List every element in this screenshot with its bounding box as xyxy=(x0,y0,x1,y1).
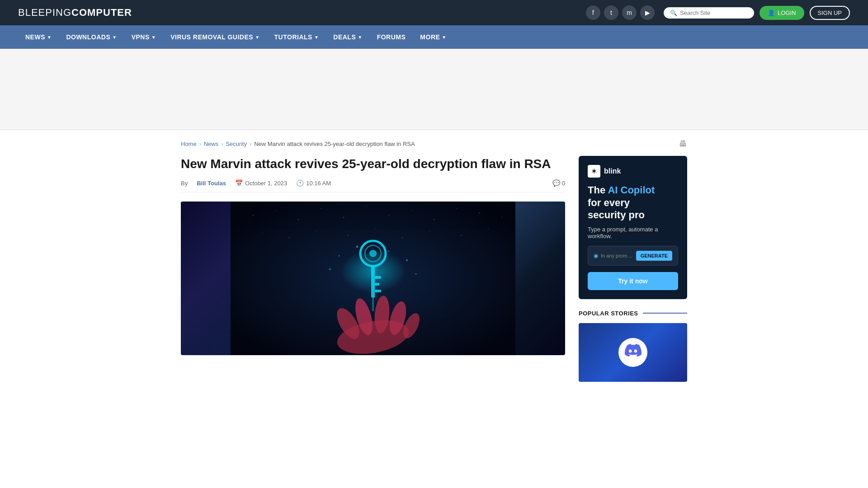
popular-stories-header: POPULAR STORIES xyxy=(579,310,687,317)
blink-generate-button[interactable]: GENERATE xyxy=(636,251,672,261)
svg-point-41 xyxy=(406,259,408,261)
popular-stories: POPULAR STORIES xyxy=(579,310,687,382)
blink-headline-highlight: AI Copilot xyxy=(608,184,655,196)
signup-button[interactable]: SIGN UP xyxy=(810,6,850,20)
nav-deals-arrow: ▼ xyxy=(358,35,362,40)
nav-item-news[interactable]: NEWS ▼ xyxy=(18,25,59,49)
svg-point-16 xyxy=(348,235,349,236)
print-icon[interactable]: 🖶 xyxy=(679,139,687,149)
nav-tutorials-label: TUTORIALS xyxy=(274,33,312,41)
blink-ad: ✶ blink The AI Copilot for everysecurity… xyxy=(579,156,687,299)
login-user-icon: 👤 xyxy=(768,9,775,16)
nav-item-vpns[interactable]: VPNS ▼ xyxy=(124,25,164,49)
ad-banner xyxy=(0,49,868,130)
date-meta: 📅 October 1, 2023 xyxy=(235,179,287,187)
sidebar: ✶ blink The AI Copilot for everysecurity… xyxy=(579,156,687,382)
nav-item-downloads[interactable]: DOWNLOADS ▼ xyxy=(59,25,124,49)
nav-downloads-label: DOWNLOADS xyxy=(66,33,110,41)
blink-headline-rest: for everysecurity pro xyxy=(588,197,645,221)
nav-more-label: MORE xyxy=(420,33,440,41)
svg-point-13 xyxy=(262,233,263,234)
blink-headline-plain: The xyxy=(588,184,608,196)
nav-virus-arrow: ▼ xyxy=(255,35,259,40)
svg-point-40 xyxy=(388,251,390,252)
search-box: 🔍 xyxy=(664,7,754,19)
blink-prompt-box: ◉ In any prompt to generate an automatio… xyxy=(588,246,678,266)
breadcrumb: Home › News › Security › New Marvin atta… xyxy=(181,139,687,149)
svg-point-25 xyxy=(369,250,377,257)
svg-point-42 xyxy=(415,273,417,275)
author-link[interactable]: Bill Toulas xyxy=(197,180,226,187)
svg-point-18 xyxy=(402,237,403,239)
nav-item-virus-removal[interactable]: VIRUS REMOVAL GUIDES ▼ xyxy=(163,25,267,49)
comments-meta: 💬 0 xyxy=(552,179,565,187)
svg-rect-30 xyxy=(372,298,374,311)
nav-vpns-arrow: ▼ xyxy=(151,35,156,40)
svg-point-1 xyxy=(253,215,254,216)
svg-point-10 xyxy=(456,208,457,209)
article-time: 10:16 AM xyxy=(306,180,331,187)
twitter-icon[interactable]: t xyxy=(604,5,618,20)
article: New Marvin attack revives 25-year-old de… xyxy=(181,156,565,355)
nav-item-tutorials[interactable]: TUTORIALS ▼ xyxy=(267,25,326,49)
main-layout: New Marvin attack revives 25-year-old de… xyxy=(181,156,687,382)
search-input[interactable] xyxy=(680,9,748,16)
nav-item-more[interactable]: MORE ▼ xyxy=(413,25,453,49)
article-date: October 1, 2023 xyxy=(245,180,287,187)
svg-point-11 xyxy=(479,212,480,214)
svg-point-37 xyxy=(329,268,331,270)
comment-icon: 💬 xyxy=(552,179,560,187)
mastodon-icon[interactable]: m xyxy=(622,5,637,20)
breadcrumb-sep-1: › xyxy=(199,141,201,147)
svg-point-19 xyxy=(429,230,430,231)
svg-point-7 xyxy=(388,215,390,216)
svg-point-20 xyxy=(461,235,462,236)
breadcrumb-news[interactable]: News xyxy=(204,141,219,147)
cyber-illustration-svg xyxy=(231,202,515,355)
site-logo[interactable]: BLEEPINGCOMPUTER xyxy=(18,7,132,19)
facebook-icon[interactable]: f xyxy=(586,5,600,20)
nav-news-label: NEWS xyxy=(25,33,45,41)
svg-point-39 xyxy=(356,246,359,248)
youtube-icon[interactable]: ▶ xyxy=(640,5,655,20)
nav-forums-label: FORUMS xyxy=(377,33,406,41)
search-icon: 🔍 xyxy=(670,9,677,16)
blink-logo: ✶ blink xyxy=(588,165,678,178)
svg-rect-29 xyxy=(375,290,381,292)
breadcrumb-security[interactable]: Security xyxy=(226,141,247,147)
popular-stories-title: POPULAR STORIES xyxy=(579,310,638,317)
svg-point-21 xyxy=(488,228,489,229)
svg-point-4 xyxy=(321,208,321,209)
blink-prompt-text: In any prompt to generate an automation.… xyxy=(601,253,632,258)
article-title: New Marvin attack revives 25-year-old de… xyxy=(181,156,565,172)
site-header: BLEEPINGCOMPUTER f t m ▶ 🔍 👤 LOGIN SIGN … xyxy=(0,0,868,25)
login-button[interactable]: 👤 LOGIN xyxy=(760,6,804,20)
svg-point-15 xyxy=(316,230,317,231)
discord-icon xyxy=(624,341,642,363)
nav-item-deals[interactable]: DEALS ▼ xyxy=(326,25,369,49)
nav-news-arrow: ▼ xyxy=(47,35,52,40)
nav-item-forums[interactable]: FORUMS xyxy=(370,25,413,49)
breadcrumb-current: New Marvin attack revives 25-year-old de… xyxy=(254,141,415,147)
svg-point-5 xyxy=(343,217,344,218)
nav-virus-label: VIRUS REMOVAL GUIDES xyxy=(170,33,253,41)
svg-point-6 xyxy=(366,206,367,206)
comments-count-value[interactable]: 0 xyxy=(562,180,565,187)
calendar-icon: 📅 xyxy=(235,179,243,187)
breadcrumb-sep-2: › xyxy=(221,141,223,147)
header-right: f t m ▶ 🔍 👤 LOGIN SIGN UP xyxy=(586,5,850,20)
popular-story-image[interactable] xyxy=(579,323,687,382)
blink-try-button[interactable]: Try it now xyxy=(588,272,678,290)
breadcrumb-sep-3: › xyxy=(250,141,251,147)
svg-point-38 xyxy=(339,255,340,257)
time-meta: 🕐 10:16 AM xyxy=(296,179,331,187)
main-nav: NEWS ▼ DOWNLOADS ▼ VPNS ▼ VIRUS REMOVAL … xyxy=(0,25,868,49)
blink-logo-icon: ✶ xyxy=(588,165,600,178)
nav-more-arrow: ▼ xyxy=(442,35,446,40)
svg-rect-26 xyxy=(371,266,375,298)
breadcrumb-home[interactable]: Home xyxy=(181,141,197,147)
clock-icon: 🕐 xyxy=(296,179,304,187)
svg-rect-28 xyxy=(375,283,379,286)
social-icons: f t m ▶ xyxy=(586,5,655,20)
svg-point-17 xyxy=(375,228,376,229)
